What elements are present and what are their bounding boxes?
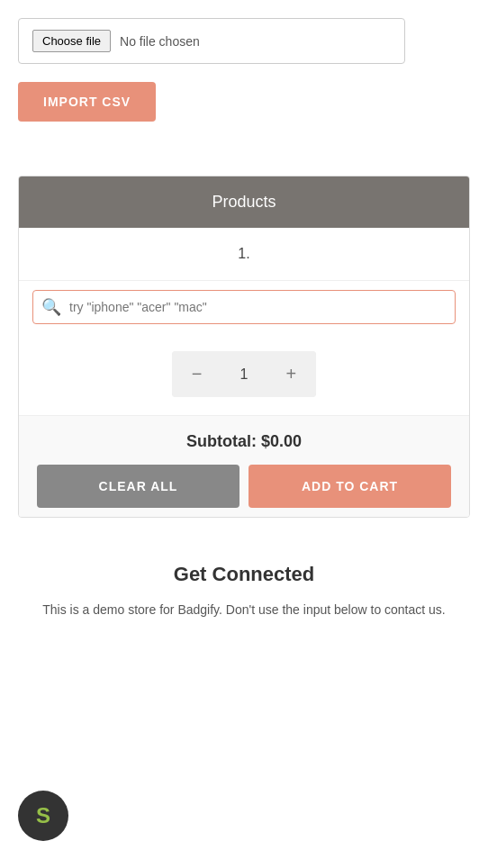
bottom-section: Get Connected This is a demo store for B… — [0, 518, 488, 637]
import-csv-button[interactable]: IMPORT CSV — [18, 82, 156, 122]
top-section: Choose file No file chosen IMPORT CSV — [0, 0, 488, 131]
quantity-control: − 1 + — [172, 351, 316, 397]
add-to-cart-button[interactable]: ADD TO CART — [249, 465, 451, 508]
quantity-increase-button[interactable]: + — [266, 351, 316, 397]
get-connected-title: Get Connected — [18, 563, 470, 586]
search-icon: 🔍 — [41, 297, 61, 317]
search-wrapper: 🔍 — [19, 281, 469, 333]
get-connected-description: This is a demo store for Badgify. Don't … — [18, 600, 470, 619]
action-buttons: CLEAR ALL ADD TO CART — [37, 465, 451, 508]
subtotal-section: Subtotal: $0.00 CLEAR ALL ADD TO CART — [19, 415, 469, 517]
clear-all-button[interactable]: CLEAR ALL — [37, 465, 239, 508]
products-header: Products — [19, 176, 469, 228]
no-file-text: No file chosen — [120, 34, 200, 49]
file-input-wrapper: Choose file No file chosen — [18, 18, 405, 64]
quantity-decrease-button[interactable]: − — [172, 351, 222, 397]
shopify-badge[interactable]: S — [18, 791, 68, 841]
choose-file-button[interactable]: Choose file — [32, 30, 111, 52]
products-section: Products 1. 🔍 − 1 + Subtotal: $0.00 CLEA… — [18, 176, 470, 518]
product-row: 1. — [19, 228, 469, 281]
spacer — [0, 131, 488, 176]
quantity-value: 1 — [222, 354, 267, 395]
subtotal-text: Subtotal: $0.00 — [37, 432, 451, 451]
quantity-section: − 1 + — [19, 333, 469, 415]
shopify-logo-icon: S — [36, 803, 50, 828]
search-input[interactable] — [32, 290, 456, 324]
